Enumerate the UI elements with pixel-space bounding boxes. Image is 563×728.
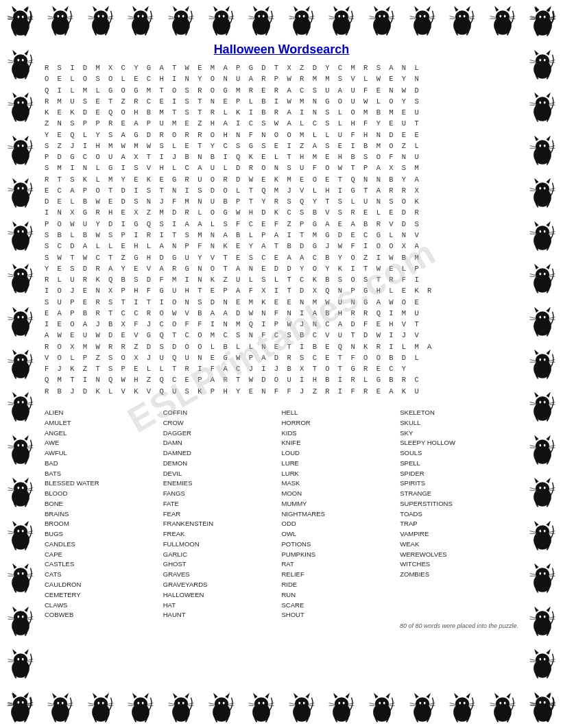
svg-marker-582 bbox=[534, 563, 538, 569]
svg-point-604 bbox=[539, 658, 541, 661]
svg-point-420 bbox=[12, 616, 29, 635]
svg-point-601 bbox=[536, 654, 549, 666]
svg-point-251 bbox=[455, 697, 469, 709]
svg-marker-522 bbox=[534, 306, 538, 312]
svg-marker-572 bbox=[534, 521, 538, 526]
svg-point-505 bbox=[544, 230, 546, 232]
cat-icon bbox=[3, 475, 38, 509]
svg-point-504 bbox=[539, 230, 541, 232]
svg-marker-42 bbox=[173, 6, 177, 12]
svg-point-245 bbox=[424, 702, 426, 705]
svg-line-276 bbox=[530, 703, 536, 705]
svg-point-134 bbox=[540, 15, 542, 18]
svg-marker-372 bbox=[12, 392, 16, 398]
svg-point-521 bbox=[536, 311, 549, 324]
svg-marker-403 bbox=[25, 521, 29, 526]
svg-marker-102 bbox=[414, 6, 418, 12]
svg-point-391 bbox=[14, 483, 27, 495]
cat-icon bbox=[525, 518, 560, 553]
svg-point-545 bbox=[544, 401, 546, 404]
svg-line-366 bbox=[8, 360, 14, 361]
svg-point-450 bbox=[534, 16, 551, 36]
svg-marker-283 bbox=[25, 7, 29, 12]
svg-point-124 bbox=[499, 15, 501, 18]
svg-point-550 bbox=[534, 445, 551, 464]
footnote: 80 of 80 words were placed into the puzz… bbox=[45, 622, 518, 629]
svg-point-195 bbox=[222, 702, 224, 705]
svg-point-564 bbox=[539, 487, 541, 489]
svg-line-178 bbox=[147, 703, 153, 705]
svg-line-538 bbox=[549, 360, 555, 361]
svg-point-224 bbox=[339, 702, 341, 705]
svg-marker-72 bbox=[294, 6, 298, 12]
svg-line-158 bbox=[67, 703, 73, 705]
svg-line-526 bbox=[530, 317, 536, 318]
svg-point-121 bbox=[496, 10, 510, 23]
svg-marker-112 bbox=[454, 6, 458, 12]
svg-marker-342 bbox=[12, 264, 16, 269]
svg-marker-302 bbox=[12, 93, 16, 98]
svg-marker-392 bbox=[12, 478, 16, 483]
svg-point-535 bbox=[544, 359, 546, 361]
svg-line-76 bbox=[289, 16, 294, 18]
svg-marker-612 bbox=[534, 692, 538, 698]
word-item: BONE bbox=[45, 499, 163, 509]
svg-point-470 bbox=[534, 102, 551, 121]
svg-line-578 bbox=[549, 531, 555, 532]
svg-line-296 bbox=[8, 60, 14, 61]
svg-point-194 bbox=[218, 702, 220, 705]
word-item: ALIEN bbox=[45, 408, 163, 417]
svg-line-358 bbox=[27, 317, 33, 318]
cat-icon bbox=[525, 690, 560, 724]
cat-icon bbox=[405, 3, 440, 38]
svg-point-595 bbox=[544, 616, 546, 618]
svg-point-410 bbox=[12, 573, 29, 592]
svg-marker-63 bbox=[265, 6, 269, 12]
svg-marker-402 bbox=[12, 521, 16, 526]
word-item: WEAK bbox=[400, 539, 518, 549]
svg-marker-93 bbox=[386, 6, 390, 12]
word-item: SCARE bbox=[282, 600, 400, 610]
svg-line-146 bbox=[8, 703, 13, 705]
word-item: HAUNT bbox=[163, 610, 282, 620]
svg-marker-173 bbox=[145, 693, 149, 699]
svg-point-264 bbox=[499, 702, 501, 705]
svg-line-16 bbox=[48, 16, 53, 18]
word-item: RELIEF bbox=[282, 570, 400, 579]
svg-point-115 bbox=[464, 15, 466, 18]
cat-icon bbox=[525, 604, 560, 638]
svg-line-516 bbox=[530, 274, 536, 276]
svg-point-14 bbox=[57, 15, 59, 18]
svg-line-556 bbox=[530, 445, 536, 446]
svg-point-210 bbox=[293, 703, 311, 722]
svg-point-201 bbox=[254, 697, 268, 709]
svg-line-86 bbox=[329, 16, 335, 18]
svg-line-396 bbox=[8, 488, 14, 489]
svg-point-330 bbox=[12, 231, 29, 250]
svg-marker-333 bbox=[25, 221, 29, 226]
svg-point-190 bbox=[213, 703, 230, 722]
svg-line-496 bbox=[530, 189, 536, 190]
svg-marker-442 bbox=[12, 692, 16, 698]
word-item: BLESSED WATER bbox=[45, 478, 163, 488]
svg-line-48 bbox=[188, 16, 193, 18]
svg-point-141 bbox=[13, 697, 27, 709]
svg-line-476 bbox=[530, 103, 536, 104]
svg-point-31 bbox=[134, 10, 147, 23]
svg-point-295 bbox=[22, 58, 24, 61]
svg-marker-103 bbox=[426, 6, 430, 12]
word-item: LOUD bbox=[282, 448, 400, 458]
word-item: AMULET bbox=[45, 418, 163, 428]
svg-point-421 bbox=[14, 611, 27, 623]
svg-point-605 bbox=[544, 658, 546, 661]
word-item: ODD bbox=[282, 519, 400, 529]
svg-line-206 bbox=[249, 703, 254, 705]
svg-point-71 bbox=[295, 10, 309, 23]
svg-point-220 bbox=[333, 703, 351, 722]
svg-point-244 bbox=[419, 702, 421, 705]
svg-point-131 bbox=[536, 10, 550, 23]
svg-point-65 bbox=[263, 15, 265, 18]
word-item: SKULL bbox=[400, 418, 518, 428]
svg-line-368 bbox=[27, 360, 33, 361]
svg-line-328 bbox=[27, 189, 33, 190]
